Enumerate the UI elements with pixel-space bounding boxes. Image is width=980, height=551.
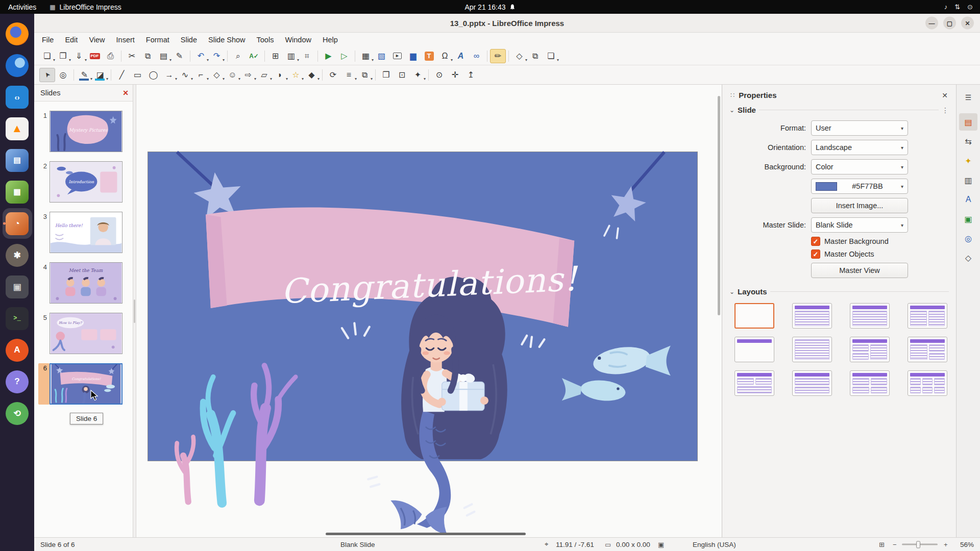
rotate[interactable]: ⟳ [325,68,341,82]
status-language[interactable]: English (USA) [693,541,736,548]
horizontal-scrollbar[interactable] [326,533,526,535]
show-draw-functions[interactable]: ✏ [490,49,506,63]
tab-styles[interactable]: A [959,191,977,208]
redo[interactable]: ↷ [209,49,225,63]
topbar-app-name[interactable]: LibreOffice Impress [60,3,121,11]
layout-two-content-and-content[interactable] [850,337,890,362]
callouts[interactable]: ◗ [272,68,288,82]
tab-master-slides[interactable]: ▥ [959,171,977,189]
dock-libreoffice-writer[interactable]: ▤ [3,145,32,176]
dock-vscode[interactable]: ‹› [3,82,32,112]
layout-centered-text[interactable] [792,337,832,362]
curves-polygons[interactable]: ∿ [177,68,193,82]
insert-chart[interactable]: ▆ [405,49,421,63]
block-arrows[interactable]: ⇨ [240,68,256,82]
layout-content-and-two-content[interactable] [908,337,947,362]
menu-edit[interactable]: Edit [59,34,83,46]
layout-four-content[interactable] [850,370,890,396]
menu-tools[interactable]: Tools [251,34,280,46]
minimize-button[interactable]: — [925,17,938,30]
separator[interactable] [352,49,358,63]
dock-vlc[interactable]: ▲ [3,113,32,144]
panel-splitter[interactable] [133,85,136,537]
section-more-options-icon[interactable]: ⋮ [942,106,949,114]
separator[interactable] [225,49,230,63]
insert-line[interactable]: ╱ [114,68,130,82]
dock-terminal[interactable]: >_ [3,303,32,334]
layout-six-content[interactable] [908,370,947,396]
dock-libreoffice-impress[interactable]: ◔ [3,208,32,239]
master-slide-dropdown[interactable]: Blank Slide▾ [811,217,908,233]
document-modified-icon[interactable]: ▣ [658,541,664,548]
duplicate-slide[interactable]: ⧉ [527,49,543,63]
layout-blank[interactable] [734,303,774,329]
copy[interactable]: ⧉ [140,49,156,63]
ellipse[interactable]: ◯ [145,68,161,82]
shadow[interactable]: ❒ [378,68,394,82]
layout-two-content-over-content[interactable] [734,370,774,396]
display-grid[interactable]: ⊞ [267,49,283,63]
master-background-checkbox[interactable]: ✓ Master Background [811,237,949,246]
snap-guides[interactable]: ⌗ [299,49,315,63]
orientation-dropdown[interactable]: Landscape▾ [811,140,908,155]
maximize-button[interactable]: ▢ [943,17,956,30]
sidebar-settings[interactable]: ☰ [959,89,977,106]
menu-file[interactable]: File [36,34,59,46]
tab-animation[interactable]: ✦ [959,152,977,169]
network-icon[interactable]: ⇅ [954,3,960,11]
separator[interactable] [71,68,77,82]
new[interactable]: ❏ [39,49,55,63]
slide-title-text[interactable]: Congratulations! [280,259,578,311]
dock-tweaks[interactable]: ⟲ [3,398,32,429]
menu-window[interactable]: Window [279,34,317,46]
zoom-slider-thumb[interactable] [916,541,920,548]
hyperlink[interactable]: ∞ [469,49,484,63]
zoom-in-button[interactable]: + [944,541,948,548]
separator[interactable] [484,49,490,63]
3d-objects[interactable]: ◆ [304,68,320,82]
fit-slide-icon[interactable]: ⊞ [879,541,885,548]
separator[interactable] [262,49,267,63]
slide-thumbnail-5[interactable]: 5 How to Play? [34,313,133,354]
dock-thunderbird[interactable] [3,50,32,81]
background-dropdown[interactable]: Color▾ [811,159,908,174]
dock-libreoffice-calc[interactable]: ▦ [3,177,32,207]
start-from-current-slide[interactable]: ▷ [336,49,352,63]
menu-help[interactable]: Help [317,34,344,46]
volume-icon[interactable]: ♪ [944,3,948,11]
background-color-dropdown[interactable]: #5F77BB ▾ [811,179,908,194]
print[interactable]: ⎙ [103,49,118,63]
separator[interactable] [108,68,114,82]
close-button[interactable]: ✕ [961,17,974,30]
export-pdf[interactable]: PDF [87,49,103,63]
edit-points[interactable]: ⊙ [431,68,447,82]
zoom-slider[interactable] [902,544,938,545]
tab-slide-transition[interactable]: ⇆ [959,133,977,150]
format-dropdown[interactable]: User▾ [811,120,908,136]
separator[interactable] [187,49,193,63]
slide[interactable]: Congratulations! [148,152,698,461]
dock-files[interactable]: ▣ [3,271,32,302]
display-views[interactable]: ▥ [283,49,299,63]
slide-thumbnail-4[interactable]: 4 Meet the Team [34,262,133,304]
lines-and-arrows[interactable]: → [161,68,177,82]
separator[interactable] [320,68,325,82]
insert-textbox[interactable]: T [421,49,437,63]
dock-help[interactable]: ? [3,366,32,397]
layout-title-only[interactable] [734,337,774,362]
undo[interactable]: ↶ [193,49,209,63]
select[interactable]: ➤ [39,68,55,82]
slide-thumbnail-6[interactable]: 6 Congratulations! [34,363,133,405]
layout-title-two-content[interactable] [908,303,947,329]
separator[interactable] [315,49,321,63]
crop-image[interactable]: ⊡ [394,68,410,82]
status-master-slide[interactable]: Blank Slide [340,541,375,548]
layout-title-content[interactable] [850,303,890,329]
zoom-pan[interactable]: ◎ [55,68,71,82]
new-slide[interactable]: ❏ [543,49,559,63]
menu-view[interactable]: View [83,34,110,46]
slide-thumbnail-3[interactable]: 3 Hello there! [34,212,133,253]
find-replace[interactable]: ⌕ [230,49,246,63]
master-objects-checkbox[interactable]: ✓ Master Objects [811,249,949,259]
insert-image[interactable]: ▧ [374,49,389,63]
